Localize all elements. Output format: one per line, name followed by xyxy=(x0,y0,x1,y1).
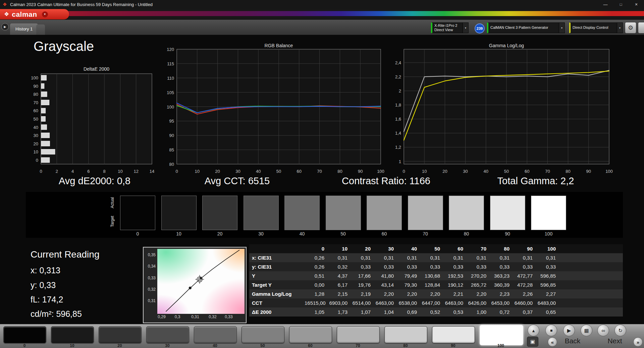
stat-total-gamma: Total Gamma: 2,2 xyxy=(497,176,574,187)
swatch-label-70: 70 xyxy=(408,231,443,236)
play-button[interactable]: ▶ xyxy=(563,325,575,336)
back-arrow-button[interactable]: « xyxy=(548,337,557,347)
level-patch-button-100[interactable] xyxy=(480,325,523,345)
table-cell-value: 190,12 xyxy=(443,282,467,288)
level-patch-button-30[interactable] xyxy=(146,326,189,343)
table-cell-value: 1,28 xyxy=(305,291,328,297)
back-button[interactable]: Back xyxy=(557,337,588,345)
next-button[interactable]: Next xyxy=(600,337,630,345)
tab-history-1[interactable]: History 1 xyxy=(10,23,38,35)
table-row: y: CIE310,260,320,330,330,330,330,330,33… xyxy=(249,262,623,271)
app-window: ❖ Calman 2023 Calman Ultimate for Busine… xyxy=(0,0,644,348)
svg-text:60: 60 xyxy=(525,169,529,174)
level-patch-button-40[interactable] xyxy=(194,326,237,343)
table-cell-value: 0,33 xyxy=(420,264,443,270)
svg-text:20: 20 xyxy=(34,141,38,146)
level-patch-button-90[interactable] xyxy=(432,326,475,343)
swatch-label-80: 80 xyxy=(449,231,484,236)
table-cell-value: 6453,00 xyxy=(490,300,513,306)
table-row: Y0,514,3717,6641,8079,49130,68192,53270,… xyxy=(249,271,623,280)
table-cell-value: 41,80 xyxy=(374,273,397,279)
table-column-header: 20 xyxy=(351,246,374,252)
minimize-button[interactable]: — xyxy=(598,0,613,9)
edge-button-sliver[interactable] xyxy=(638,22,644,33)
table-cell-value: 0,53 xyxy=(443,309,467,315)
svg-text:90: 90 xyxy=(358,169,363,174)
svg-text:0: 0 xyxy=(40,169,42,174)
brand-row: ❖ calman ▼ xyxy=(0,9,644,20)
grayscale-swatch-80 xyxy=(449,196,484,230)
grayscale-swatch-60 xyxy=(367,196,402,230)
target-axis-label: Target xyxy=(110,212,115,231)
level-patch-button-80[interactable] xyxy=(384,326,427,343)
table-row-label: Y xyxy=(249,273,305,279)
svg-text:60: 60 xyxy=(297,169,302,174)
next-arrow-button[interactable]: » xyxy=(633,337,643,347)
display-control-label: Direct Display Control xyxy=(571,25,617,30)
svg-text:10: 10 xyxy=(422,169,427,174)
refresh-button[interactable]: ↻ xyxy=(614,325,626,336)
table-cell-value: 0,26 xyxy=(305,264,328,270)
swatch-label-30: 30 xyxy=(244,231,279,236)
continuous-read-button[interactable]: ∞ xyxy=(597,325,609,336)
reading-x: x: 0,313 xyxy=(31,266,60,275)
table-cell-value: 6,17 xyxy=(328,282,351,288)
table-cell-value: 6463,00 xyxy=(374,300,397,306)
table-cell-value: 472,28 xyxy=(513,282,536,288)
layout-button[interactable]: ▣ xyxy=(527,337,538,347)
table-cell-value: 0,31 xyxy=(443,255,467,261)
save-button[interactable]: ▦ xyxy=(581,325,592,336)
svg-text:1,8: 1,8 xyxy=(395,102,401,108)
svg-text:60: 60 xyxy=(34,108,38,113)
table-cell-value: 2,19 xyxy=(351,291,374,297)
calman-logo-text: calman xyxy=(12,10,37,18)
svg-text:20: 20 xyxy=(215,169,220,174)
maximize-button[interactable]: □ xyxy=(613,0,629,9)
meter-line2: Direct View xyxy=(434,28,461,32)
tab-stub[interactable] xyxy=(36,24,45,35)
level-patch-button-0[interactable] xyxy=(3,326,46,343)
level-patch-button-20[interactable] xyxy=(99,326,142,343)
table-cell-value: 6447,00 xyxy=(420,300,443,306)
table-cell-value: 2,21 xyxy=(443,291,467,297)
table-cell-value: 6538,00 xyxy=(397,300,420,306)
table-cell-value: 265,72 xyxy=(467,282,490,288)
meter-caret-icon[interactable]: ▼ xyxy=(463,23,468,33)
svg-text:100: 100 xyxy=(605,169,613,174)
calman-logo-menu[interactable]: ❖ calman ▼ xyxy=(0,9,69,19)
svg-text:30: 30 xyxy=(235,169,240,174)
svg-text:85: 85 xyxy=(169,147,174,152)
pattern-generator-caret-icon[interactable]: ▼ xyxy=(559,23,565,33)
patch-label-50: 50 xyxy=(241,343,284,348)
pattern-generator-selector[interactable]: CalMAN Client 3 Pattern Generator ▼ xyxy=(487,22,565,33)
stop-button[interactable]: ■ xyxy=(545,325,557,336)
svg-text:90: 90 xyxy=(586,169,591,174)
table-cell-value: 4,37 xyxy=(328,273,351,279)
logo-caret-icon[interactable]: ▼ xyxy=(42,11,48,17)
level-patch-button-60[interactable] xyxy=(289,326,332,343)
cie-x-tick: 0,29 xyxy=(155,315,168,319)
patch-label-10: 10 xyxy=(51,343,93,348)
svg-text:4: 4 xyxy=(71,169,74,174)
display-control-selector[interactable]: Direct Display Control ▼ xyxy=(569,22,623,33)
settings-gear-button[interactable]: ⚙ xyxy=(625,22,636,33)
table-cell-value: 363,23 xyxy=(490,273,513,279)
svg-text:40: 40 xyxy=(484,169,488,174)
level-patch-button-70[interactable] xyxy=(337,326,380,343)
tab-nav-button[interactable]: ▶ xyxy=(1,23,9,30)
svg-text:95: 95 xyxy=(169,119,174,124)
display-control-caret-icon[interactable]: ▼ xyxy=(617,23,623,33)
svg-text:40: 40 xyxy=(34,125,38,130)
close-button[interactable]: × xyxy=(629,0,644,9)
cie-y-tick: 0,35 xyxy=(144,253,156,257)
actual-axis-label: Actual xyxy=(110,193,115,212)
level-patch-button-50[interactable] xyxy=(241,326,284,343)
eject-button[interactable]: ▴ xyxy=(528,325,539,336)
meter-selector[interactable]: X-Rite i1Pro 2 Direct View ▼ xyxy=(431,22,469,33)
table-row: Target Y0,006,1719,7643,1479,30128,84190… xyxy=(249,280,623,289)
table-cell-value: 0,31 xyxy=(536,255,559,261)
level-patch-button-10[interactable] xyxy=(51,326,94,343)
cie-y-tick: 0,33 xyxy=(144,276,156,280)
swatch-label-100: 100 xyxy=(531,231,566,236)
patch-label-90: 90 xyxy=(432,343,474,348)
